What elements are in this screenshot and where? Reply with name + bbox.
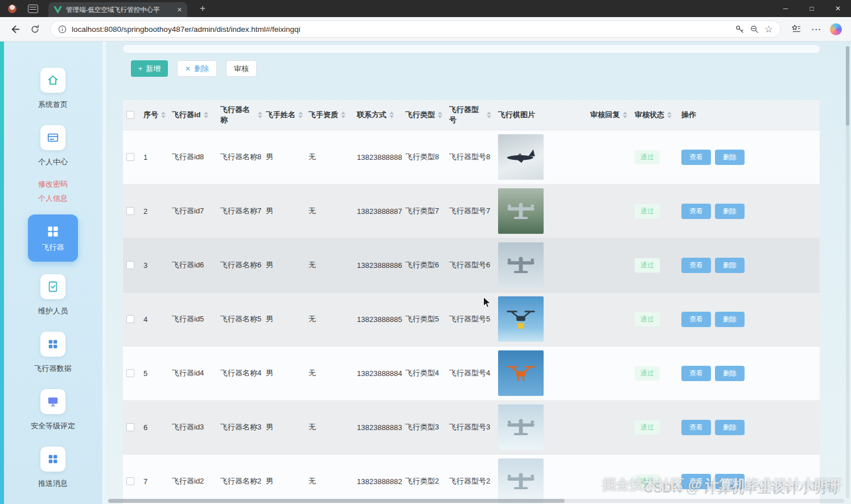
aircraft-table: 序号飞行器id飞行器名称飞手姓名飞手资质联系方式飞行类型飞行器型号飞行棋图片审核… [123,100,820,504]
row-checkbox[interactable] [126,423,134,431]
cell-flight_type: 飞行类型3 [402,422,446,432]
link-personal-info[interactable]: 个人信息 [38,191,68,205]
row-delete-button[interactable]: 删除 [715,366,745,381]
close-button[interactable]: ✕ [825,0,851,17]
column-header[interactable]: 飞手资质 [305,110,353,120]
sidebar-item-personal-center[interactable]: 个人中心 [38,125,68,167]
quad-drone-icon [505,363,536,383]
aircraft-image[interactable] [498,296,544,342]
column-header[interactable]: 审核回复 [587,110,631,120]
sidebar-item-aircraft[interactable]: 飞行器 [28,214,78,262]
copilot-icon[interactable] [828,22,844,37]
sidebar-item-aircraft-data[interactable]: 飞行器数据 [35,332,72,374]
sort-carets-icon[interactable] [204,111,208,118]
row-delete-button[interactable]: 删除 [715,474,745,489]
sort-carets-icon[interactable] [341,111,346,118]
view-button[interactable]: 查看 [681,366,711,381]
row-checkbox[interactable] [126,207,134,215]
sort-carets-icon[interactable] [298,111,303,118]
row-checkbox[interactable] [126,153,134,161]
row-delete-button[interactable]: 删除 [715,204,745,219]
address-bar[interactable]: localhost:8080/springboothoy487er/admin/… [50,20,781,38]
site-info-icon[interactable] [58,25,67,34]
column-header-label: 飞手资质 [309,110,338,120]
more-options-icon[interactable]: ⋯ [808,22,824,37]
row-delete-button[interactable]: 删除 [715,420,745,435]
profile-avatar-icon[interactable] [8,5,17,13]
header-checkbox-cell [123,111,140,119]
row-checkbox[interactable] [126,369,134,377]
aircraft-image[interactable] [498,404,544,450]
favorite-star-icon[interactable]: ☆ [764,23,773,35]
vertical-scrollbar[interactable] [846,46,849,498]
tab-actions-icon[interactable] [28,5,38,13]
fixed-wing-icon [505,470,536,492]
view-button[interactable]: 查看 [681,420,711,435]
cell-aircraft_id: 飞行器id4 [168,368,217,378]
row-delete-button[interactable]: 删除 [715,258,745,273]
sort-carets-icon[interactable] [667,111,672,118]
column-header[interactable]: 飞行器id [168,110,217,120]
sidebar-item-label: 安全等级评定 [31,421,75,431]
new-tab-button[interactable]: + [196,3,209,14]
sort-carets-icon[interactable] [389,111,394,118]
column-header[interactable]: 飞手姓名 [262,110,305,120]
aircraft-image[interactable] [498,188,544,234]
view-button[interactable]: 查看 [681,312,711,327]
sidebar-item-push-message[interactable]: 推送消息 [38,447,68,489]
cell-model: 飞行器型号7 [446,206,491,216]
view-button[interactable]: 查看 [681,258,711,273]
cell-aircraft_id: 飞行器id7 [168,206,217,216]
delete-button[interactable]: ✕ 删除 [177,60,217,77]
sort-carets-icon[interactable] [487,111,491,118]
maximize-button[interactable]: □ [799,0,825,17]
sort-carets-icon[interactable] [161,111,166,118]
sidebar: 系统首页 个人中心 修改密码 个人信息 飞行器 [0,42,106,504]
link-change-password[interactable]: 修改密码 [38,177,68,191]
sidebar-item-home[interactable]: 系统首页 [38,68,68,110]
add-button[interactable]: + 新增 [131,60,168,77]
row-checkbox[interactable] [126,315,134,323]
column-header[interactable]: 飞行类型 [402,110,446,120]
grid-icon [40,447,65,472]
cell-review-status: 通过 [631,150,678,164]
select-all-checkbox[interactable] [126,111,134,119]
column-header[interactable]: 飞行器型号 [446,105,491,125]
aircraft-image[interactable] [498,350,544,396]
cell-review-status: 通过 [631,258,678,272]
row-delete-button[interactable]: 删除 [715,312,745,327]
column-header[interactable]: 联系方式 [353,110,402,120]
column-header[interactable]: 飞行器名称 [217,105,262,125]
column-header[interactable]: 序号 [140,110,168,120]
browser-tab[interactable]: 管理端-低空空域飞行管控中心平 ✕ [48,2,187,17]
back-icon[interactable] [7,22,23,37]
password-key-icon[interactable] [735,24,745,34]
column-header-label: 飞行器id [172,110,201,120]
view-button[interactable]: 查看 [681,474,711,489]
aircraft-image[interactable] [498,458,544,504]
review-button[interactable]: 审核 [226,60,257,77]
sidebar-item-maintenance[interactable]: 维护人员 [38,274,68,316]
cell-image [491,134,587,180]
row-checkbox[interactable] [126,477,134,485]
refresh-icon[interactable] [27,22,43,37]
cell-image [491,458,587,504]
sort-carets-icon[interactable] [623,111,627,118]
zoom-out-icon[interactable] [750,24,759,34]
favorites-bar-icon[interactable] [788,22,804,37]
aircraft-image[interactable] [498,242,544,288]
plus-icon: + [138,65,142,73]
minimize-button[interactable]: ─ [772,0,799,17]
url-text[interactable]: localhost:8080/springboothoy487er/admin/… [72,25,730,34]
sidebar-item-safety-rating[interactable]: 安全等级评定 [31,389,75,431]
horizontal-scrollbar[interactable] [108,499,844,503]
aircraft-image[interactable] [498,134,544,180]
column-header[interactable]: 审核状态 [631,110,678,120]
row-checkbox[interactable] [126,261,134,269]
sort-carets-icon[interactable] [258,111,262,118]
view-button[interactable]: 查看 [681,204,711,219]
view-button[interactable]: 查看 [681,150,711,165]
tab-close-icon[interactable]: ✕ [177,6,182,14]
row-delete-button[interactable]: 删除 [715,150,745,165]
sort-carets-icon[interactable] [438,111,442,118]
